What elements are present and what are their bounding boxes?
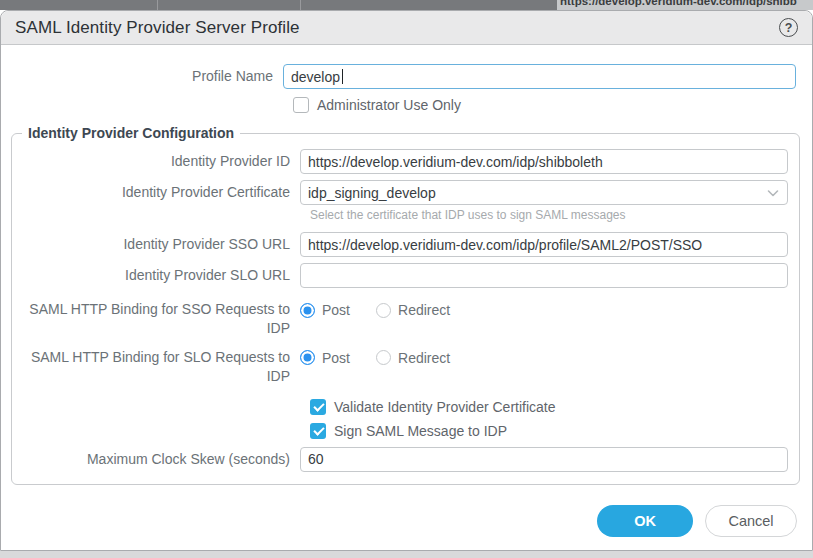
radio-selected-icon [300,303,315,318]
idp-certificate-row: Identity Provider Certificate idp_signin… [12,180,799,205]
radio-unselected-icon [376,350,391,365]
radio-unselected-icon [376,303,391,318]
background-divider [157,0,158,10]
ok-button[interactable]: OK [597,505,693,537]
background-page-strip: https://develop.veridium-dev.com/idp/shi… [0,0,813,10]
slo-binding-post-label: Post [322,350,350,366]
slo-binding-label: SAML HTTP Binding for SLO Requests to ID… [12,348,300,386]
background-url-text: https://develop.veridium-dev.com/idp/shi… [560,0,797,7]
administrator-use-only-label: Administrator Use Only [317,97,461,113]
idp-slo-url-row: Identity Provider SLO URL [12,263,799,288]
dialog-titlebar: SAML Identity Provider Server Profile ? [1,11,812,45]
idp-slo-url-input[interactable] [300,263,788,288]
text-caret [342,69,343,84]
slo-binding-radio-group: Post Redirect [300,348,788,366]
sign-saml-message-label: Sign SAML Message to IDP [334,423,507,439]
profile-name-row: Profile Name [1,64,812,89]
validate-idp-certificate-checkbox[interactable]: Validate Identity Provider Certificate [310,399,799,415]
clock-skew-input[interactable] [300,447,788,472]
idp-id-row: Identity Provider ID [12,149,799,174]
idp-certificate-select[interactable]: idp_signing_develop [300,180,788,205]
idp-id-label: Identity Provider ID [12,152,300,171]
background-divider [300,0,301,10]
identity-provider-configuration-section: Identity Provider Configuration Identity… [11,125,800,485]
slo-binding-row: SAML HTTP Binding for SLO Requests to ID… [12,348,799,386]
section-legend: Identity Provider Configuration [22,125,240,141]
idp-certificate-label: Identity Provider Certificate [12,183,300,202]
sign-saml-message-checkbox[interactable]: Sign SAML Message to IDP [310,423,799,439]
administrator-use-only-checkbox[interactable]: Administrator Use Only [293,97,812,113]
clock-skew-row: Maximum Clock Skew (seconds) [12,447,799,472]
idp-id-input[interactable] [300,149,788,174]
sso-binding-redirect-radio[interactable]: Redirect [376,302,450,318]
sso-binding-radio-group: Post Redirect [300,300,788,318]
help-icon[interactable]: ? [779,18,798,37]
validate-idp-certificate-label: Validate Identity Provider Certificate [334,399,556,415]
sso-binding-post-radio[interactable]: Post [300,302,350,318]
slo-binding-post-radio[interactable]: Post [300,350,350,366]
slo-binding-redirect-radio[interactable]: Redirect [376,350,450,366]
sso-binding-redirect-label: Redirect [398,302,450,318]
background-page-bottom [0,551,813,558]
clock-skew-label: Maximum Clock Skew (seconds) [12,450,300,469]
dialog-body: Profile Name Administrator Use Only Iden… [1,45,812,485]
checkbox-checked-icon [310,423,326,439]
profile-name-input[interactable] [283,64,796,89]
idp-certificate-value: idp_signing_develop [308,185,766,201]
idp-slo-url-label: Identity Provider SLO URL [12,266,300,285]
cancel-button[interactable]: Cancel [705,505,797,537]
checkbox-unchecked-icon [293,97,309,113]
profile-name-label: Profile Name [1,67,283,86]
sso-binding-post-label: Post [322,302,350,318]
radio-selected-icon [300,350,315,365]
sso-binding-row: SAML HTTP Binding for SSO Requests to ID… [12,300,799,338]
dialog-footer: OK Cancel [597,505,797,537]
idp-sso-url-row: Identity Provider SSO URL [12,232,799,257]
slo-binding-redirect-label: Redirect [398,350,450,366]
chevron-down-icon [766,186,780,200]
saml-idp-server-profile-dialog: SAML Identity Provider Server Profile ? … [0,10,813,551]
idp-sso-url-label: Identity Provider SSO URL [12,235,300,254]
checkbox-checked-icon [310,399,326,415]
background-page-cell: https://develop.veridium-dev.com/idp/shi… [557,0,813,10]
idp-certificate-help-text: Select the certificate that IDP uses to … [310,208,799,222]
sso-binding-label: SAML HTTP Binding for SSO Requests to ID… [12,300,300,338]
idp-sso-url-input[interactable] [300,232,788,257]
dialog-title: SAML Identity Provider Server Profile [15,18,300,38]
